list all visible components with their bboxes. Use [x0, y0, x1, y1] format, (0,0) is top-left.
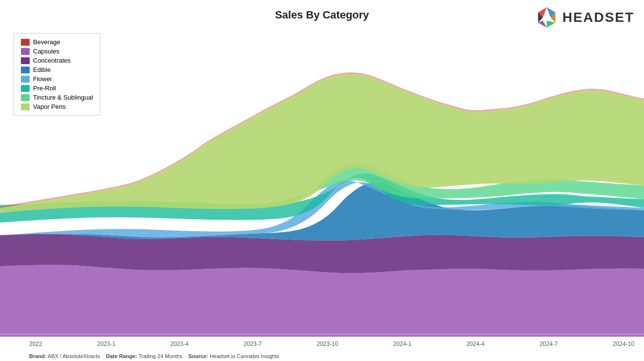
legend-label-beverage: Beverage — [33, 38, 60, 46]
x-label-2023-4: 2023-4 — [170, 341, 188, 347]
brand-value: ABX / AbsoluteXtracts — [48, 353, 100, 359]
legend-label-edible: Edible — [33, 66, 51, 73]
svg-marker-1 — [543, 15, 551, 21]
area-capsules — [0, 265, 644, 337]
legend-label-flower: Flower — [33, 75, 52, 83]
legend-label-tincture: Tincture & Sublingual — [33, 94, 93, 101]
legend-item-concentrates: Concentrates — [21, 57, 93, 64]
x-label-2024-4: 2024-4 — [466, 341, 484, 347]
logo-text: HEADSET — [562, 10, 634, 25]
legend-item-capsules: Capsules — [21, 48, 93, 55]
legend-color-capsules — [21, 48, 30, 55]
legend-item-preroll: Pre-Roll — [21, 85, 93, 92]
footer-info: Brand: ABX / AbsoluteXtracts Date Range:… — [29, 353, 279, 359]
x-label-2023-1: 2023-1 — [97, 341, 115, 347]
x-label-2023-10: 2023-10 — [317, 341, 338, 347]
x-label-2023-7: 2023-7 — [244, 341, 262, 347]
date-range-value: Trailing 24 Months — [139, 353, 182, 359]
legend-label-capsules: Capsules — [33, 48, 59, 55]
x-label-2022: 2022 — [29, 341, 42, 347]
legend: Beverage Capsules Concentrates Edible Fl… — [14, 33, 100, 116]
legend-label-concentrates: Concentrates — [33, 57, 71, 64]
x-label-2024-7: 2024-7 — [539, 341, 557, 347]
source-label: Source: — [188, 353, 208, 359]
legend-item-beverage: Beverage — [21, 38, 93, 46]
legend-item-flower: Flower — [21, 75, 93, 83]
x-axis-labels: 2022 2023-1 2023-4 2023-7 2023-10 2024-1… — [29, 341, 634, 347]
headset-logo-icon — [535, 6, 558, 29]
legend-color-flower — [21, 76, 30, 83]
legend-item-edible: Edible — [21, 66, 93, 73]
chart-container: HEADSET Sales By Category Beverage Capsu… — [0, 0, 644, 361]
legend-color-tincture — [21, 94, 30, 101]
legend-color-preroll — [21, 85, 30, 92]
x-label-2024-1: 2024-1 — [393, 341, 411, 347]
legend-color-vapor — [21, 103, 30, 110]
legend-item-vapor: Vapor Pens — [21, 103, 93, 110]
legend-item-tincture: Tincture & Sublingual — [21, 94, 93, 101]
logo: HEADSET — [535, 6, 634, 29]
legend-color-concentrates — [21, 57, 30, 64]
source-value: Headset.io Cannabis Insights — [210, 353, 279, 359]
legend-label-vapor: Vapor Pens — [33, 103, 66, 110]
x-label-2024-10: 2024-10 — [613, 341, 634, 347]
brand-label: Brand: — [29, 353, 46, 359]
date-range-label: Date Range: — [106, 353, 137, 359]
legend-label-preroll: Pre-Roll — [33, 85, 56, 92]
legend-color-edible — [21, 67, 30, 73]
legend-color-beverage — [21, 39, 30, 46]
